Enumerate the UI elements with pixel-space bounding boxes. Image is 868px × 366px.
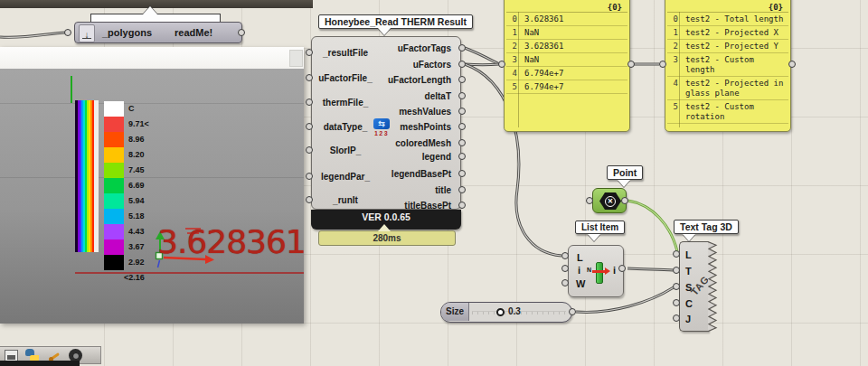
runtime-tooltip-pointer-icon: [378, 224, 391, 231]
version-text: VER 0.0.65: [362, 211, 410, 222]
input-label: uFactorFile_: [314, 73, 377, 83]
polygons-output-connector[interactable]: [238, 29, 245, 36]
list-input-connector-i[interactable]: [561, 265, 569, 272]
list-output-connector-i[interactable]: [618, 265, 626, 272]
list-input-connector-w[interactable]: [561, 279, 569, 286]
names-panel-output-connector[interactable]: [788, 61, 796, 68]
honeybee-balloon-pointer-icon: [378, 28, 391, 35]
output-label: meshValues: [399, 107, 451, 117]
output-label: uFactorLength: [388, 75, 451, 85]
output-connector-ufactorlength[interactable]: [458, 76, 466, 83]
input-label: T: [685, 266, 692, 277]
panel-row: 1NaN: [506, 26, 627, 40]
grasshopper-canvas[interactable]: ↓ _polygons readMe!: [0, 0, 868, 366]
input-label: L: [577, 252, 583, 263]
values-panel[interactable]: {0} 03.628361 1NaN 23.628361 3NaN 46.794…: [504, 0, 630, 132]
input-label: i: [578, 265, 580, 276]
viewport-body[interactable]: C 9.71< 8.96 8.20 7.45 6.69 5.94 5.18 4.…: [0, 69, 304, 324]
size-slider[interactable]: Size 0.3: [440, 302, 572, 323]
input-label: thermFile_: [314, 98, 377, 108]
import-icon: ↓: [79, 24, 95, 42]
output-connector-deltat[interactable]: [458, 92, 466, 99]
output-label: i: [613, 265, 616, 276]
input-label: J: [685, 314, 691, 324]
output-label: legend: [422, 152, 451, 162]
input-label: _runIt: [314, 195, 377, 205]
input-connector-legendpar[interactable]: [306, 173, 313, 180]
section-baseline: [75, 272, 304, 274]
panel-row: 1test2 - Projected X: [667, 26, 788, 40]
values-panel-input-connector[interactable]: [498, 61, 505, 68]
tag-input-connector-t[interactable]: [673, 267, 680, 274]
output-connector-ufactortags[interactable]: [458, 44, 466, 52]
panel-row: 5test2 - Custom rotation: [667, 100, 788, 124]
panel-row: 46.794e+7: [506, 67, 627, 80]
point-input-connector[interactable]: [586, 197, 593, 204]
names-panel-input-connector[interactable]: [659, 61, 666, 68]
input-connector-resultfile[interactable]: [306, 49, 313, 56]
output-label: title: [435, 185, 451, 195]
panel-path-header: {0}: [608, 3, 622, 12]
output-connector-coloredmesh[interactable]: [458, 139, 466, 146]
output-connector-title[interactable]: [458, 186, 466, 193]
panel-row: 3test2 - Custom length: [667, 53, 788, 77]
list-item-icon: N: [587, 260, 610, 284]
list-input-connector-l[interactable]: [561, 252, 569, 259]
tag-input-connector-l[interactable]: [673, 250, 680, 258]
panel-path-header: {0}: [769, 3, 783, 12]
datatype-123-icon: ⇆ 123: [369, 118, 394, 138]
output-label: coloredMesh: [395, 138, 451, 148]
list-item-label-balloon: List Item: [575, 221, 625, 234]
polygons-input-connector[interactable]: [64, 29, 71, 36]
polygons-balloon-pointer-icon: [143, 6, 157, 14]
values-panel-output-connector[interactable]: [627, 61, 635, 68]
point-balloon-pointer-icon: [618, 180, 630, 187]
ufactor-value-text: 3.628361: [157, 223, 304, 260]
honeybee-node-label-balloon: Honeybee_Read THERM Result: [318, 14, 473, 29]
readme-output-label: readMe!: [175, 27, 212, 38]
polygons-node[interactable]: ↓ _polygons readMe!: [74, 22, 242, 43]
output-connector-meshvalues[interactable]: [458, 108, 466, 115]
output-label: uFactorTags: [398, 43, 451, 53]
viewport-button[interactable]: [289, 50, 303, 67]
slider-knob[interactable]: [496, 308, 505, 316]
tag-input-connector-j[interactable]: [673, 314, 680, 322]
rhino-viewport-window[interactable]: C 9.71< 8.96 8.20 7.45 6.69 5.94 5.18 4.…: [0, 47, 304, 324]
list-item-node[interactable]: L i W i N: [568, 245, 624, 297]
output-connector-legend[interactable]: [458, 153, 466, 160]
tag-input-connector-s[interactable]: [673, 283, 680, 290]
panel-row: 0test2 - Total length: [667, 13, 788, 26]
names-panel[interactable]: {0} 0test2 - Total length 1test2 - Proje…: [665, 0, 791, 132]
input-label: dataType_: [314, 122, 377, 132]
output-label: deltaT: [425, 91, 451, 101]
input-connector-ufactorfile[interactable]: [306, 74, 313, 81]
text-tag-node[interactable]: L T S C J TAG: [679, 241, 709, 332]
input-connector-datatype[interactable]: [306, 123, 313, 130]
input-connector-runit[interactable]: [306, 196, 313, 203]
input-label: _resultFile: [314, 48, 377, 58]
input-connector-thermfile[interactable]: [306, 99, 313, 106]
output-connector-meshpoints[interactable]: [458, 123, 466, 130]
text-tag-label-balloon: Text Tag 3D: [674, 220, 739, 234]
input-label: legendPar_: [314, 172, 377, 182]
bottom-dark-strip: [0, 361, 80, 366]
panel-row: 03.628361: [506, 13, 627, 26]
output-connector-titlebasept[interactable]: [458, 202, 466, 209]
slider-output-connector[interactable]: [569, 308, 576, 315]
move-gizmo-icon[interactable]: [0, 69, 304, 324]
output-connector-legendbasept[interactable]: [458, 170, 466, 177]
input-label: W: [576, 278, 585, 289]
runtime-text: 280ms: [373, 233, 401, 243]
point-output-connector[interactable]: [621, 197, 628, 204]
viewport-titlebar[interactable]: [0, 47, 304, 70]
runtime-tooltip: 280ms: [318, 230, 456, 246]
honeybee-read-therm-node[interactable]: _resultFile uFactorFile_ thermFile_ data…: [311, 36, 461, 210]
point-node-label-balloon: Point: [607, 165, 643, 180]
tag-input-connector-c[interactable]: [673, 299, 680, 306]
input-connector-siorip[interactable]: [306, 146, 313, 154]
output-connector-ufactors[interactable]: [458, 61, 466, 68]
point-error-icon: ✕: [599, 192, 621, 210]
text-tag-balloon-pointer-icon: [683, 234, 695, 241]
output-label: legendBasePt: [392, 169, 451, 179]
slider-value: 0.3: [508, 306, 521, 316]
